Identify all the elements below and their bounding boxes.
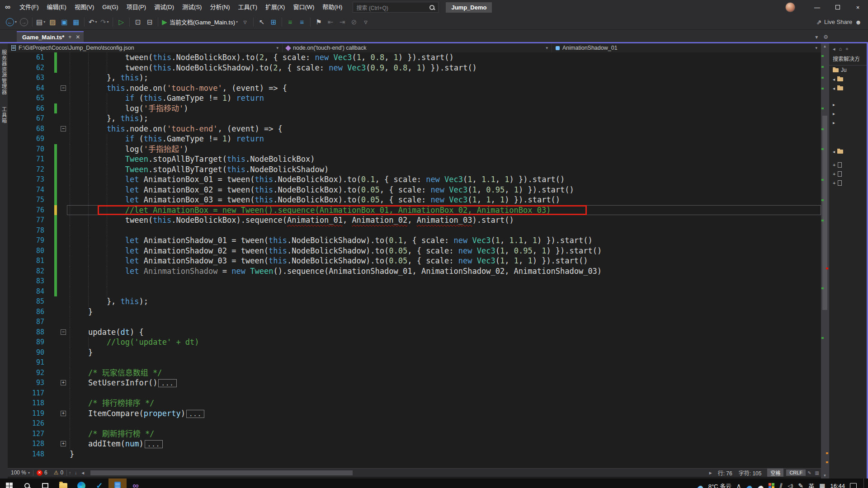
live-share-button[interactable]: ⇗ Live Share ☻ bbox=[816, 19, 862, 26]
code-line[interactable]: 68−this.node.on('touch-end', (event) => … bbox=[8, 124, 821, 134]
navigate-down-icon[interactable]: ↓ bbox=[73, 470, 79, 475]
close-button[interactable]: × bbox=[848, 0, 868, 14]
cloud-sync-icon[interactable]: ☁ bbox=[746, 482, 752, 488]
code-line[interactable]: 90} bbox=[8, 347, 821, 358]
hidden-icons-chevron[interactable]: ∧ bbox=[736, 482, 741, 488]
menu-item-1[interactable]: 编辑(E) bbox=[43, 0, 71, 14]
code-text[interactable]: /* 刷新排行榜 */ bbox=[67, 429, 821, 439]
clock[interactable]: 16:44 bbox=[830, 483, 845, 488]
code-text[interactable]: addItem(num)... bbox=[67, 439, 821, 449]
fold-toggle-icon[interactable]: + bbox=[61, 441, 66, 446]
notification-center-icon[interactable] bbox=[850, 483, 857, 488]
menu-item-5[interactable]: 调试(D) bbox=[150, 0, 178, 14]
code-line[interactable]: 65if (this.GameType != 1) return bbox=[8, 93, 821, 103]
code-line[interactable]: 82let AninmationShadow = new Tween().seq… bbox=[8, 266, 821, 277]
code-line[interactable]: 85}, this); bbox=[8, 296, 821, 307]
code-text[interactable]: //let AnimationBox = new Tween().sequenc… bbox=[67, 205, 821, 216]
code-text[interactable] bbox=[67, 225, 821, 236]
code-line[interactable]: 80let AnimationShadow_02 = tween(this.No… bbox=[8, 246, 821, 256]
start-without-debugging-button[interactable]: ▶当前文档(Game_Main.ts)▾ bbox=[160, 16, 239, 28]
solution-tree-item[interactable]: + bbox=[829, 169, 867, 178]
code-text[interactable]: let AnimationShadow_03 = tween(this.Node… bbox=[67, 256, 821, 266]
file-explorer-button[interactable] bbox=[54, 479, 72, 488]
code-text[interactable]: tween(this.NodeBolickBox).sequence(Anima… bbox=[67, 215, 821, 225]
solution-tree-item[interactable]: ◂ bbox=[829, 84, 867, 93]
code-line[interactable]: 66log('手指移动') bbox=[8, 103, 821, 114]
code-editor[interactable]: 61tween(this.NodeBolickBox).to(2, { scal… bbox=[8, 52, 821, 468]
menu-item-11[interactable]: 帮助(H) bbox=[318, 0, 346, 14]
warning-count[interactable]: ⚠ 0 bbox=[51, 469, 66, 477]
code-text[interactable]: log('手指抬起') bbox=[67, 144, 821, 155]
solution-search-input[interactable]: 搜索解决方 bbox=[829, 54, 867, 66]
code-line[interactable]: 75let AnimationBox_03 = tween(this.NodeB… bbox=[8, 195, 821, 205]
redo-button[interactable]: ↷▾ bbox=[99, 16, 110, 28]
code-line[interactable]: 119+ItemCompare(property)... bbox=[8, 408, 821, 419]
save-all-button[interactable]: ▦ bbox=[70, 16, 82, 28]
edge-browser-button[interactable] bbox=[72, 479, 90, 488]
solution-tree-item[interactable]: Ju bbox=[829, 66, 867, 75]
nav-type-dropdown[interactable]: node.on('touch-end') callback ▾ bbox=[283, 43, 552, 52]
solution-tree-item[interactable]: ◂ bbox=[829, 147, 867, 156]
code-line[interactable]: 78 bbox=[8, 225, 821, 236]
solution-tree-item[interactable]: ▸ bbox=[829, 109, 867, 118]
code-text[interactable]: } bbox=[67, 347, 821, 358]
code-text[interactable]: /* 排行榜排序 */ bbox=[67, 398, 821, 408]
autohide-tab-1[interactable]: 工具箱 bbox=[0, 107, 8, 124]
vscroll-thumb[interactable] bbox=[822, 116, 827, 310]
code-text[interactable]: log('手指移动') bbox=[67, 103, 821, 114]
active-notes-app-button[interactable] bbox=[108, 479, 127, 488]
code-text[interactable]: Tween.stopAllByTarget(this.NodeBolickSha… bbox=[67, 164, 821, 175]
code-text[interactable]: } bbox=[67, 449, 821, 460]
editor-options-gear-icon[interactable]: ⚙ bbox=[823, 34, 828, 40]
code-line[interactable]: 127/* 刷新排行榜 */ bbox=[8, 429, 821, 439]
hscroll-left-arrow[interactable]: ◄ bbox=[79, 470, 87, 475]
restore-button[interactable] bbox=[827, 0, 848, 14]
close-tab-icon[interactable]: ✕ bbox=[75, 34, 80, 40]
code-text[interactable] bbox=[67, 317, 821, 327]
code-line[interactable]: 148} bbox=[8, 449, 821, 460]
code-line[interactable]: 62tween(this.NodeBolickShadow).to(2, { s… bbox=[8, 63, 821, 73]
toolbar-overflow-button[interactable]: ▿ bbox=[239, 16, 251, 28]
solution-tree-item[interactable]: + bbox=[829, 178, 867, 188]
code-text[interactable]: let AnimationBox_02 = tween(this.NodeBol… bbox=[67, 185, 821, 195]
code-text[interactable]: update(dt) { bbox=[67, 327, 821, 338]
fold-toggle-icon[interactable]: + bbox=[61, 380, 66, 385]
code-line[interactable]: 128+addItem(num)... bbox=[8, 439, 821, 449]
menu-item-0[interactable]: 文件(F) bbox=[15, 0, 43, 14]
code-line[interactable]: 91 bbox=[8, 357, 821, 368]
fold-toggle-icon[interactable]: − bbox=[61, 329, 66, 335]
code-line[interactable]: 117 bbox=[8, 388, 821, 399]
menu-item-7[interactable]: 分析(N) bbox=[206, 0, 234, 14]
code-line[interactable]: 74let AnimationBox_02 = tween(this.NodeB… bbox=[8, 185, 821, 195]
visual-studio-taskbar-button[interactable]: ∞ bbox=[127, 479, 145, 488]
solution-tree-item[interactable]: + bbox=[829, 160, 867, 169]
blue-check-app-button[interactable]: ✓ bbox=[90, 479, 108, 488]
start-debug-button[interactable]: ▷ bbox=[115, 16, 127, 28]
code-text[interactable]: }, this); bbox=[67, 113, 821, 124]
menu-item-4[interactable]: 项目(P) bbox=[123, 0, 150, 14]
code-line[interactable]: 81let AnimationShadow_03 = tween(this.No… bbox=[8, 256, 821, 266]
code-line[interactable]: 72Tween.stopAllByTarget(this.NodeBolickS… bbox=[8, 164, 821, 175]
scroll-up-icon[interactable]: ▲ bbox=[821, 44, 829, 48]
nav-member-dropdown[interactable]: AnimationShadow_01 ▾ bbox=[552, 43, 821, 52]
collapsed-region-box[interactable]: ... bbox=[158, 379, 176, 387]
code-line[interactable]: 71Tween.stopAllByTarget(this.NodeBolickB… bbox=[8, 154, 821, 164]
fold-toggle-icon[interactable]: − bbox=[61, 85, 66, 91]
weather-cloud-icon[interactable]: ☁ bbox=[697, 482, 703, 488]
zoom-control[interactable]: 100 % ▾ bbox=[8, 469, 33, 477]
solution-tree-item[interactable]: ▸ bbox=[829, 118, 867, 127]
code-text[interactable]: if (this.GameType != 1) return bbox=[67, 93, 821, 103]
code-text[interactable] bbox=[67, 357, 821, 368]
next-bookmark-button[interactable]: ⇥ bbox=[336, 16, 348, 28]
clear-bookmarks-button[interactable]: ⊘ bbox=[348, 16, 360, 28]
code-text[interactable] bbox=[67, 276, 821, 286]
taskbar-search-button[interactable] bbox=[18, 479, 36, 488]
code-text[interactable]: let AnimationShadow_01 = tween(this.Node… bbox=[67, 235, 821, 246]
code-text[interactable]: } bbox=[67, 307, 821, 317]
user-avatar[interactable] bbox=[785, 2, 795, 12]
panel-tool-icon-1[interactable]: ⌂ bbox=[839, 46, 842, 52]
code-line[interactable]: 83 bbox=[8, 276, 821, 286]
ime-language-indicator[interactable]: 英 bbox=[808, 482, 814, 488]
code-text[interactable] bbox=[67, 388, 821, 399]
solution-tree-item[interactable]: ◂ bbox=[829, 75, 867, 84]
